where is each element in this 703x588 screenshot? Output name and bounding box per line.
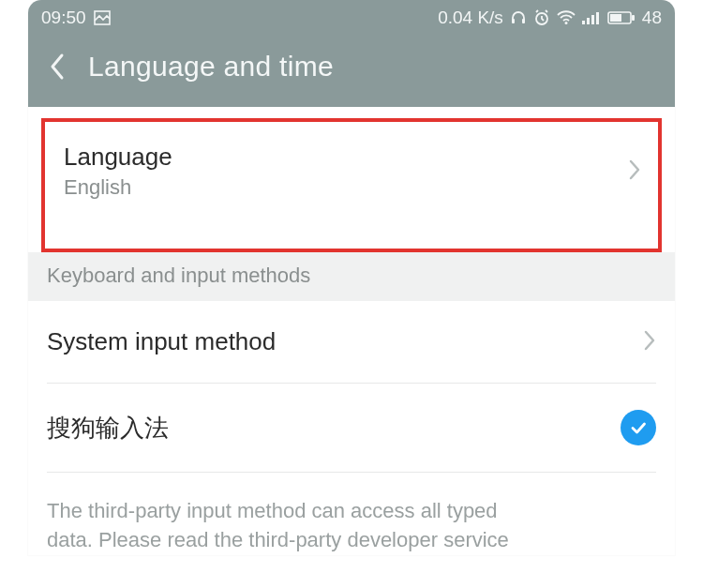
back-button[interactable] <box>49 53 66 81</box>
content: Language English Keyboard and input meth… <box>28 118 675 555</box>
alarm-icon <box>533 9 550 26</box>
svg-point-4 <box>564 22 567 24</box>
svg-rect-6 <box>587 18 590 24</box>
warning-line-2: data. Please read the third-party develo… <box>47 526 656 555</box>
screenshot-icon <box>94 10 111 25</box>
language-row-text: Language English <box>64 143 628 200</box>
wifi-icon <box>557 10 576 25</box>
status-right: 0.04 K/s <box>438 8 662 28</box>
language-row[interactable]: Language English <box>45 122 658 220</box>
ime-sogou-title: 搜狗输入法 <box>47 412 621 445</box>
section-keyboard-heading: Keyboard and input methods <box>28 252 675 301</box>
language-value: English <box>64 175 628 200</box>
headphones-icon <box>510 9 527 26</box>
battery-icon <box>607 10 636 25</box>
list-area: System input method 搜狗输入法 <box>28 301 675 473</box>
language-title: Language <box>64 143 628 172</box>
svg-rect-11 <box>632 15 635 21</box>
status-time: 09:50 <box>41 8 86 28</box>
status-bar: 09:50 0.04 K/s <box>28 0 675 36</box>
svg-rect-2 <box>522 19 525 23</box>
ime-sogou-row[interactable]: 搜狗输入法 <box>47 384 656 473</box>
battery-level: 48 <box>642 8 662 28</box>
chevron-right-icon <box>628 158 641 185</box>
svg-rect-8 <box>596 12 599 24</box>
warning-line-1: The third-party input method can access … <box>47 497 656 526</box>
network-speed: 0.04 K/s <box>438 8 503 28</box>
phone-screen: 09:50 0.04 K/s <box>28 0 675 555</box>
system-input-method-title: System input method <box>47 327 643 356</box>
checkmark-icon <box>621 410 656 445</box>
system-input-method-row[interactable]: System input method <box>47 301 656 384</box>
page-title: Language and time <box>88 51 334 83</box>
status-left: 09:50 <box>41 8 111 28</box>
svg-rect-1 <box>512 19 515 23</box>
svg-rect-10 <box>610 14 621 22</box>
app-header: 09:50 0.04 K/s <box>28 0 675 107</box>
svg-rect-7 <box>591 15 594 24</box>
title-row: Language and time <box>28 36 675 107</box>
language-row-highlight: Language English <box>41 118 662 252</box>
signal-icon <box>582 10 601 25</box>
spacer <box>45 220 658 249</box>
third-party-warning: The third-party input method can access … <box>28 473 675 555</box>
svg-rect-5 <box>582 21 585 24</box>
chevron-right-icon <box>643 329 656 355</box>
